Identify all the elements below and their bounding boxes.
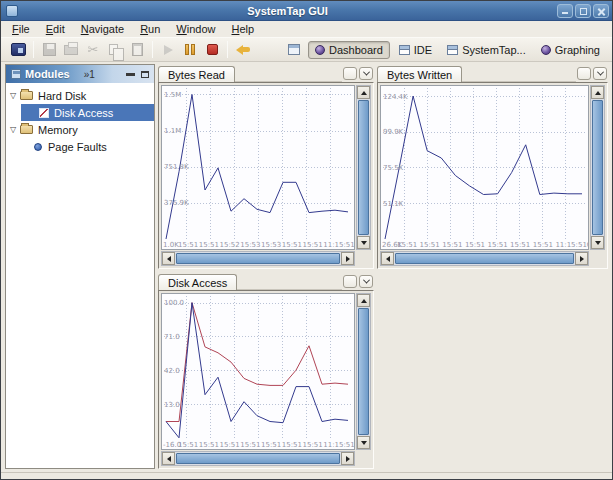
scroll-left-icon[interactable] (381, 252, 394, 265)
scroll-down-icon[interactable] (357, 436, 370, 449)
view-overflow-indicator[interactable]: »1 (84, 69, 95, 80)
scrollbar-thumb[interactable] (176, 253, 340, 264)
scrollbar-thumb[interactable] (395, 253, 574, 264)
svg-text:15:51: 15:51 (510, 241, 530, 249)
run-icon (164, 45, 173, 55)
scroll-up-icon[interactable] (591, 86, 604, 99)
svg-text:42.0: 42.0 (164, 367, 180, 375)
back-button[interactable] (232, 40, 254, 60)
scroll-right-icon[interactable] (341, 252, 354, 265)
perspective-systemtap[interactable]: SystemTap... (441, 42, 532, 58)
vertical-scrollbar[interactable] (590, 85, 605, 250)
perspective-ide[interactable]: IDE (393, 42, 438, 58)
menu-run[interactable]: Run (133, 22, 167, 36)
panel-menu-button[interactable] (359, 275, 373, 288)
toolbar: ✂ Dashboard IDE SystemTap... (1, 37, 612, 62)
print-button (60, 40, 82, 60)
tree-label: Memory (38, 124, 78, 136)
panel-blank-button[interactable] (343, 67, 357, 80)
svg-text:51.1K: 51.1K (383, 200, 404, 208)
open-perspective-button[interactable] (283, 40, 305, 60)
modules-tab[interactable]: Modules (25, 68, 70, 80)
import-module-button[interactable] (7, 40, 29, 60)
svg-text:15:51: 15:51 (282, 241, 302, 249)
scissors-icon: ✂ (88, 43, 99, 56)
menu-file[interactable]: File (5, 22, 37, 36)
horizontal-scrollbar[interactable] (161, 251, 355, 266)
close-button[interactable] (593, 4, 609, 18)
bytes-written-chart: 124.4K99.9K75.5K51.1K26.6K15:5115:5115:5… (380, 85, 589, 250)
maximize-button[interactable] (575, 4, 591, 18)
svg-text:11:15:51G: 11:15:51G (323, 441, 354, 449)
menu-edit[interactable]: Edit (39, 22, 72, 36)
svg-text:15:51: 15:51 (533, 241, 553, 249)
tree-label: Page Faults (48, 141, 107, 153)
stop-button[interactable] (201, 40, 223, 60)
panel-blank-button[interactable] (343, 275, 357, 288)
pause-button[interactable] (179, 40, 201, 60)
back-arrow-icon (236, 45, 250, 55)
panel-menu-button[interactable] (593, 67, 607, 80)
tab-disk-access[interactable]: Disk Access (158, 274, 237, 290)
scrollbar-thumb[interactable] (176, 453, 340, 464)
tab-bytes-written[interactable]: Bytes Written (377, 66, 462, 82)
maximize-view-icon[interactable] (141, 71, 149, 78)
empty-dashboard-area (377, 272, 608, 469)
expander-icon[interactable]: ▽ (6, 125, 20, 134)
scrollbar-thumb[interactable] (592, 100, 603, 235)
scroll-left-icon[interactable] (162, 452, 175, 465)
expander-icon[interactable]: ▽ (6, 91, 20, 100)
stop-icon (207, 44, 218, 55)
panel-menu-button[interactable] (359, 67, 373, 80)
tree-item-disk-access[interactable]: Disk Access (21, 104, 154, 121)
vertical-scrollbar[interactable] (356, 293, 371, 450)
app-icon (6, 5, 18, 17)
svg-text:1.1M: 1.1M (164, 127, 181, 135)
svg-text:11:15:51G: 11:15:51G (323, 241, 354, 249)
scroll-right-icon[interactable] (575, 252, 588, 265)
panel-blank-button[interactable] (577, 67, 591, 80)
run-button (157, 40, 179, 60)
horizontal-scrollbar[interactable] (161, 451, 355, 466)
tree-item-hard-disk[interactable]: ▽ Hard Disk (6, 87, 154, 104)
folder-icon (20, 125, 33, 134)
svg-text:15:51: 15:51 (465, 241, 485, 249)
svg-text:99.9K: 99.9K (383, 128, 404, 136)
menu-navigate[interactable]: Navigate (74, 22, 131, 36)
scrollbar-thumb[interactable] (358, 100, 369, 235)
minimize-view-icon[interactable] (126, 73, 135, 76)
scroll-left-icon[interactable] (162, 252, 175, 265)
cut-button: ✂ (82, 40, 104, 60)
svg-text:15:51: 15:51 (261, 441, 281, 449)
perspective-dashboard[interactable]: Dashboard (308, 41, 390, 59)
graphing-perspective-icon (541, 45, 551, 55)
scroll-up-icon[interactable] (357, 86, 370, 99)
vertical-scrollbar[interactable] (356, 85, 371, 250)
tab-bytes-read[interactable]: Bytes Read (158, 66, 235, 82)
save-icon (43, 43, 56, 56)
svg-text:15:51: 15:51 (282, 441, 302, 449)
scrollbar-thumb[interactable] (358, 308, 369, 435)
scroll-up-icon[interactable] (357, 294, 370, 307)
menu-help[interactable]: Help (225, 22, 262, 36)
svg-text:11:15:51G: 11:15:51G (555, 241, 588, 249)
tree-item-page-faults[interactable]: Page Faults (6, 138, 154, 155)
tree-item-memory[interactable]: ▽ Memory (6, 121, 154, 138)
horizontal-scrollbar[interactable] (380, 251, 589, 266)
scroll-down-icon[interactable] (591, 236, 604, 249)
minimize-button[interactable] (557, 4, 573, 18)
modules-view-icon (11, 69, 21, 79)
svg-text:124.4K: 124.4K (383, 93, 408, 101)
scroll-down-icon[interactable] (357, 236, 370, 249)
svg-text:13.0: 13.0 (164, 401, 180, 409)
scroll-right-icon[interactable] (341, 452, 354, 465)
svg-text:15:51: 15:51 (420, 241, 440, 249)
title-bar: SystemTap GUI (1, 1, 612, 21)
perspective-graphing[interactable]: Graphing (535, 42, 606, 58)
menu-window[interactable]: Window (169, 22, 222, 36)
svg-text:71.0: 71.0 (164, 333, 180, 341)
svg-text:15:51: 15:51 (303, 241, 323, 249)
print-icon (64, 45, 78, 55)
ide-perspective-icon (399, 45, 410, 55)
open-perspective-icon (288, 44, 300, 55)
